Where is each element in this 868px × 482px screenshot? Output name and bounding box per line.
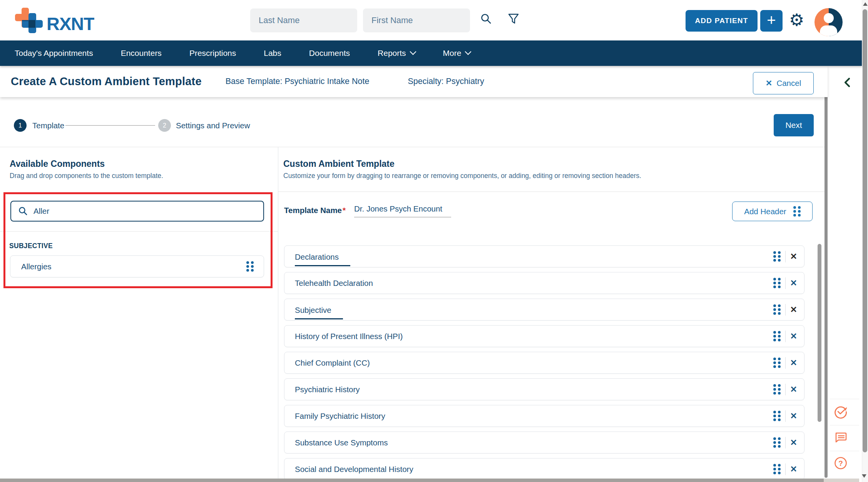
collapse-chevron-left-icon[interactable] (844, 77, 851, 87)
rxnt-logo-icon: RXNT (13, 8, 94, 33)
template-row[interactable]: History of Present Illness (HPI) ✕ (284, 325, 804, 347)
chevron-down-icon (465, 49, 472, 55)
custom-template-panel: Custom Ambient Template Customize your f… (278, 147, 828, 479)
avatar-person-icon (824, 13, 834, 23)
last-name-input[interactable]: Last Name (250, 8, 357, 32)
check-circle-icon[interactable] (834, 405, 848, 419)
close-icon[interactable]: ✕ (790, 385, 797, 394)
nav-item[interactable]: Reports (378, 49, 415, 58)
drag-handle-icon (793, 206, 801, 217)
divider (830, 451, 859, 451)
drag-handle-icon[interactable] (773, 358, 781, 368)
nav-item[interactable]: Encounters (121, 49, 162, 58)
required-asterisk: * (343, 206, 346, 215)
divider (785, 437, 786, 448)
template-row[interactable]: Subjective ✕ (284, 299, 804, 321)
drag-handle-icon[interactable] (773, 437, 781, 448)
rxnt-logo[interactable]: RXNT (13, 8, 94, 35)
close-icon[interactable]: ✕ (790, 252, 797, 261)
step-1-circle[interactable]: 1 (14, 119, 27, 132)
divider (0, 231, 278, 232)
add-patient-button[interactable]: ADD PATIENT (686, 10, 758, 32)
stepper-bar: 1 Template 2 Settings and Preview Next (0, 97, 828, 147)
search-icon[interactable] (480, 13, 492, 25)
custom-template-subtitle: Customize your form by dragging to rearr… (283, 172, 641, 180)
available-components-list: Allergies (10, 255, 264, 282)
page-title-bar: Create A Custom Ambient Template Base Te… (0, 66, 828, 97)
template-row[interactable]: Telehealth Declaration ✕ (284, 272, 804, 294)
close-icon[interactable]: ✕ (790, 465, 797, 474)
close-icon[interactable]: ✕ (790, 438, 797, 447)
available-components-subtitle: Drag and drop components to the custom t… (10, 172, 163, 180)
search-icon (18, 206, 28, 216)
available-components-panel: Available Components Drag and drop compo… (0, 147, 278, 479)
drag-handle-icon[interactable] (773, 331, 781, 341)
close-icon[interactable]: ✕ (790, 412, 797, 420)
scroll-down-arrow-icon[interactable] (862, 474, 866, 478)
vertical-scrollbar-thumb[interactable] (863, 9, 867, 452)
divider (785, 251, 786, 262)
divider (830, 425, 859, 425)
divider (785, 331, 786, 342)
divider (785, 277, 786, 289)
divider (785, 464, 786, 475)
drag-handle-icon[interactable] (246, 261, 254, 272)
template-row[interactable]: Psychiatric History ✕ (284, 378, 804, 400)
drag-handle-icon[interactable] (773, 304, 781, 315)
component-search-input[interactable]: Aller (10, 201, 264, 222)
divider (785, 410, 786, 422)
horizontal-scrollbar-thumb[interactable] (0, 479, 824, 482)
section-label-subjective: SUBJECTIVE (9, 242, 53, 250)
top-header-bar: RXNT Last Name First Name ADD PATIENT + … (0, 0, 862, 40)
drag-handle-icon[interactable] (773, 464, 781, 474)
nav-item[interactable]: Documents (309, 49, 350, 58)
divider (785, 304, 786, 316)
stepper-connector (65, 125, 155, 126)
template-row[interactable]: Declarations ✕ (284, 245, 804, 267)
template-row[interactable]: Family Psychiatric History ✕ (284, 405, 804, 427)
close-icon[interactable]: ✕ (790, 306, 797, 314)
chat-icon[interactable] (834, 431, 848, 445)
next-button[interactable]: Next (774, 114, 814, 136)
nav-item[interactable]: Prescriptions (189, 49, 236, 58)
template-row[interactable]: Chief Complaint (CC) ✕ (284, 352, 804, 374)
content-scrollbar[interactable] (825, 72, 828, 478)
step-2-circle[interactable]: 2 (158, 119, 171, 132)
chevron-down-icon (410, 49, 416, 55)
scroll-up-arrow-icon[interactable] (863, 2, 868, 6)
drag-handle-icon[interactable] (773, 384, 781, 395)
gear-icon[interactable]: ⚙ (789, 8, 804, 32)
add-header-button[interactable]: Add Header (732, 202, 813, 221)
nav-item[interactable]: Labs (264, 49, 281, 58)
divider (785, 357, 786, 369)
divider (785, 384, 786, 395)
avatar[interactable] (814, 8, 843, 36)
divider (830, 399, 859, 399)
nav-item[interactable]: More (443, 49, 471, 58)
drag-handle-icon[interactable] (773, 278, 781, 288)
close-icon[interactable]: ✕ (790, 279, 797, 287)
divider (278, 191, 828, 192)
template-name-input[interactable]: Dr. Jones Psych Encount (354, 204, 451, 217)
close-icon[interactable]: ✕ (790, 359, 797, 367)
available-component-card[interactable]: Allergies (10, 255, 264, 277)
list-scrollbar[interactable] (818, 244, 821, 422)
close-icon: ✕ (766, 79, 773, 88)
template-row[interactable]: Social and Developmental History ✕ (284, 458, 804, 480)
quick-add-button[interactable]: + (760, 10, 783, 32)
search-input-value: Aller (33, 207, 49, 216)
filter-icon[interactable] (507, 13, 520, 25)
page-title: Create A Custom Ambient Template (11, 75, 202, 88)
template-row[interactable]: Substance Use Symptoms ✕ (284, 432, 804, 453)
base-template-label: Base Template: Psychiatric Intake Note (226, 77, 370, 86)
logo-text: RXNT (47, 13, 94, 33)
help-circle-icon[interactable]: ? (834, 456, 848, 470)
first-name-input[interactable]: First Name (363, 8, 470, 32)
nav-item[interactable]: Today's Appointments (15, 49, 93, 58)
drag-handle-icon[interactable] (773, 251, 781, 262)
close-icon[interactable]: ✕ (790, 332, 797, 341)
drag-handle-icon[interactable] (773, 411, 781, 421)
template-name-label: Template Name* (284, 206, 346, 215)
specialty-label: Specialty: Psychiatry (408, 77, 484, 86)
cancel-button[interactable]: ✕ Cancel (753, 72, 814, 94)
